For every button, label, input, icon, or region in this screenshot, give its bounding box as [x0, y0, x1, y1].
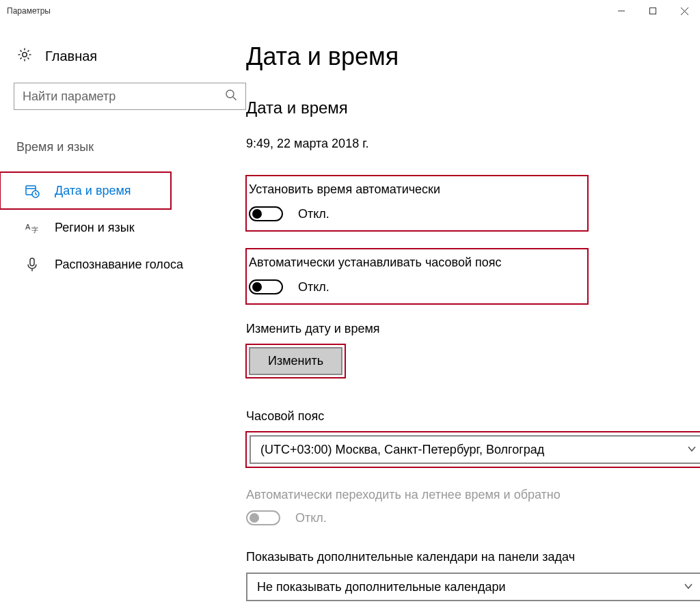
change-datetime-label: Изменить дату и время: [246, 322, 700, 336]
search-icon: [225, 89, 237, 104]
svg-rect-1: [650, 8, 656, 14]
auto-timezone-label: Автоматически устанавливать часовой пояс: [249, 256, 580, 270]
auto-time-label: Установить время автоматически: [249, 182, 580, 197]
svg-text:A: A: [25, 223, 31, 231]
home-label: Главная: [45, 49, 97, 64]
window-title: Параметры: [7, 6, 606, 16]
auto-time-toggle[interactable]: [249, 206, 283, 221]
change-button[interactable]: Изменить: [249, 347, 342, 375]
search-input-container[interactable]: [14, 83, 246, 110]
main-content: Дата и время Дата и время 9:49, 22 марта…: [246, 42, 700, 606]
dst-state: Откл.: [295, 511, 327, 525]
current-datetime: 9:49, 22 марта 2018 г.: [246, 137, 700, 151]
timezone-dropdown[interactable]: (UTC+03:00) Москва, Санкт-Петербург, Вол…: [250, 435, 700, 464]
page-title: Дата и время: [246, 42, 700, 71]
extra-calendars-value: Не показывать дополнительные календари: [257, 580, 506, 594]
svg-point-5: [226, 90, 234, 98]
auto-timezone-block: Автоматически устанавливать часовой пояс…: [246, 249, 588, 304]
svg-text:字: 字: [31, 226, 38, 234]
chevron-down-icon: [687, 443, 697, 457]
svg-point-4: [23, 53, 27, 57]
sidebar-item-label: Регион и язык: [55, 221, 135, 235]
gear-icon: [16, 46, 33, 66]
svg-line-6: [233, 97, 237, 100]
section-heading-datetime: Дата и время: [246, 98, 700, 118]
sidebar-item-label: Распознавание голоса: [55, 258, 183, 272]
close-button[interactable]: [669, 0, 700, 22]
sidebar-item-date-time[interactable]: Дата и время: [0, 172, 171, 209]
svg-rect-14: [30, 258, 34, 266]
language-icon: A 字: [25, 220, 40, 235]
sidebar-item-speech[interactable]: Распознавание голоса: [14, 246, 246, 283]
timezone-value: (UTC+03:00) Москва, Санкт-Петербург, Вол…: [260, 443, 544, 457]
calendar-clock-icon: [25, 183, 40, 198]
timezone-dropdown-highlight: (UTC+03:00) Москва, Санкт-Петербург, Вол…: [246, 432, 700, 467]
auto-time-state: Откл.: [298, 207, 329, 221]
auto-time-block: Установить время автоматически Откл.: [246, 176, 588, 231]
minimize-button[interactable]: [606, 0, 637, 22]
sidebar-item-region-language[interactable]: A 字 Регион и язык: [14, 209, 246, 246]
auto-timezone-state: Откл.: [298, 280, 329, 294]
home-link[interactable]: Главная: [14, 42, 246, 83]
dst-label: Автоматически переходить на летнее время…: [246, 488, 700, 502]
titlebar: Параметры: [0, 0, 700, 22]
timezone-label: Часовой пояс: [246, 409, 700, 424]
sidebar-group-heading: Время и язык: [14, 140, 246, 154]
chevron-down-icon: [684, 580, 693, 594]
search-input[interactable]: [23, 89, 225, 104]
dst-toggle: [246, 510, 280, 525]
sidebar-item-label: Дата и время: [55, 184, 131, 198]
maximize-button[interactable]: [637, 0, 669, 22]
change-button-highlight: Изменить: [246, 344, 345, 378]
auto-timezone-toggle[interactable]: [249, 279, 283, 294]
sidebar: Главная Время и язык Дата и время: [0, 42, 246, 606]
extra-calendars-label: Показывать дополнительные календари на п…: [246, 550, 700, 564]
microphone-icon: [25, 257, 40, 272]
extra-calendars-dropdown[interactable]: Не показывать дополнительные календари: [246, 573, 700, 601]
